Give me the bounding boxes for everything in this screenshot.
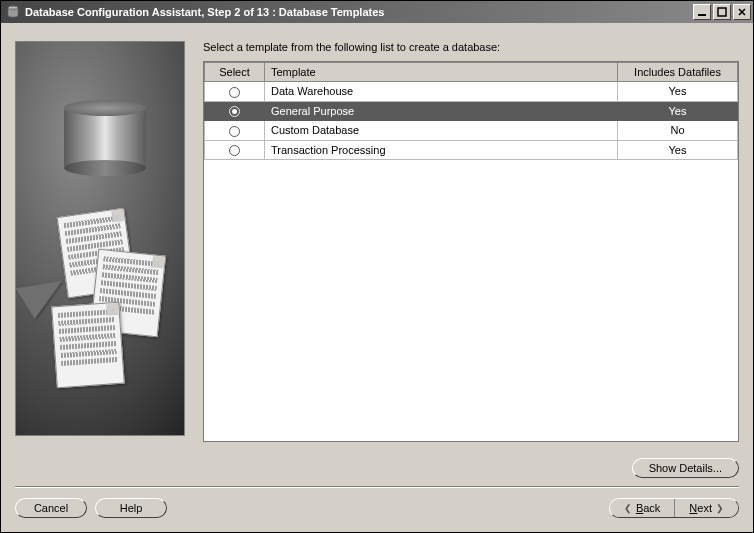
chevron-right-icon: ❯ [716, 503, 724, 513]
includes-datafiles-cell: Yes [618, 82, 738, 102]
svg-rect-2 [698, 14, 706, 16]
next-label-rest: ext [697, 502, 712, 514]
template-table-container: Select Template Includes Datafiles Data … [203, 61, 739, 442]
col-header-template[interactable]: Template [265, 63, 618, 82]
titlebar: Database Configuration Assistant, Step 2… [1, 1, 753, 23]
nav-button-group: ❮ Back Next ❯ [609, 498, 739, 518]
wizard-window: Database Configuration Assistant, Step 2… [0, 0, 754, 533]
main-row: Select a template from the following lis… [1, 23, 753, 450]
includes-datafiles-cell: No [618, 121, 738, 141]
wizard-sidebar-image [15, 41, 185, 436]
template-name-cell[interactable]: Data Warehouse [265, 82, 618, 102]
back-button[interactable]: ❮ Back [610, 499, 675, 517]
table-row[interactable]: Transaction Processing Yes [205, 140, 738, 160]
template-table: Select Template Includes Datafiles Data … [204, 62, 738, 160]
chevron-left-icon: ❮ [624, 503, 632, 513]
content-area: Select a template from the following lis… [1, 23, 753, 532]
template-radio-cell[interactable] [205, 82, 265, 102]
maximize-button[interactable] [713, 4, 731, 20]
cancel-button[interactable]: Cancel [15, 498, 87, 518]
template-radio-cell[interactable] [205, 140, 265, 160]
template-radio-cell[interactable] [205, 121, 265, 141]
template-name-cell[interactable]: Custom Database [265, 121, 618, 141]
app-icon [5, 4, 21, 20]
col-header-select[interactable]: Select [205, 63, 265, 82]
paper-sheet-icon [51, 302, 125, 389]
window-title: Database Configuration Assistant, Step 2… [25, 6, 693, 18]
next-button[interactable]: Next ❯ [675, 499, 738, 517]
back-label-rest: ack [643, 502, 660, 514]
window-controls [693, 4, 751, 20]
radio-icon[interactable] [229, 145, 240, 156]
table-row[interactable]: Custom Database No [205, 121, 738, 141]
instruction-text: Select a template from the following lis… [203, 41, 739, 53]
details-row: Show Details... [1, 450, 753, 482]
radio-icon[interactable] [229, 126, 240, 137]
template-name-cell[interactable]: Transaction Processing [265, 140, 618, 160]
close-button[interactable] [733, 4, 751, 20]
radio-icon[interactable] [229, 87, 240, 98]
show-details-button[interactable]: Show Details... [632, 458, 739, 478]
template-radio-cell[interactable] [205, 101, 265, 121]
table-row[interactable]: Data Warehouse Yes [205, 82, 738, 102]
radio-icon[interactable] [229, 106, 240, 117]
includes-datafiles-cell: Yes [618, 101, 738, 121]
template-name-cell[interactable]: General Purpose [265, 101, 618, 121]
col-header-includes[interactable]: Includes Datafiles [618, 63, 738, 82]
right-panel: Select a template from the following lis… [203, 41, 739, 442]
minimize-button[interactable] [693, 4, 711, 20]
help-button[interactable]: Help [95, 498, 167, 518]
footer-row: Cancel Help ❮ Back Next ❯ [1, 488, 753, 532]
database-cylinder-icon [64, 100, 146, 172]
table-row[interactable]: General Purpose Yes [205, 101, 738, 121]
svg-rect-3 [718, 8, 726, 16]
includes-datafiles-cell: Yes [618, 140, 738, 160]
